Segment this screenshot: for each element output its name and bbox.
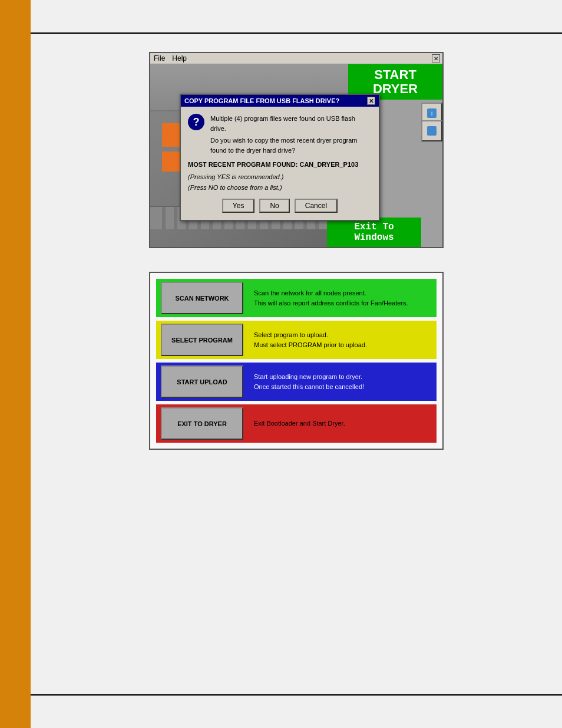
win-menubar: File Help ✕ [150, 53, 442, 64]
dialog-body: ? Multiple (4) program files were found … [181, 107, 379, 220]
scan-network-row: SCAN NETWORK Scan the network for all no… [156, 279, 437, 317]
dialog-yes-button[interactable]: Yes [222, 199, 255, 213]
select-program-row: SELECT PROGRAM Select program to upload.… [156, 321, 437, 359]
scan-network-desc: Scan the network for all nodes present. … [248, 279, 437, 317]
select-program-desc: Select program to upload. Must select PR… [248, 321, 437, 359]
dialog-highlight: MOST RECENT PROGRAM FOUND: CAN_DRYER_P10… [188, 160, 372, 170]
app-content-area: START DRYER i ⚙ Exit ToWindows [150, 64, 442, 247]
menu-help[interactable]: Help [172, 54, 187, 62]
menu-file[interactable]: File [154, 54, 165, 62]
dialog-msg-line1: Multiple (4) program files were found on… [210, 114, 372, 133]
copy-program-dialog: COPY PROGRAM FILE FROM USB FLASH DRIVE? … [180, 94, 380, 221]
side-icon-3[interactable] [421, 120, 442, 141]
dialog-titlebar: COPY PROGRAM FILE FROM USB FLASH DRIVE? … [181, 95, 379, 107]
exit-to-dryer-row: EXIT TO DRYER Exit Bootloader and Start … [156, 404, 437, 443]
bootloader-panel: SCAN NETWORK Scan the network for all no… [149, 272, 444, 450]
select-program-desc-line2: Must select PROGRAM prior to upload. [254, 340, 431, 350]
dialog-message: Multiple (4) program files were found on… [210, 114, 372, 155]
svg-rect-6 [427, 126, 437, 136]
svg-text:i: i [431, 110, 432, 117]
start-upload-row: START UPLOAD Start uploading new program… [156, 363, 437, 401]
start-upload-button[interactable]: START UPLOAD [161, 365, 243, 398]
dialog-note2: (Press NO to choose from a list.) [188, 183, 372, 193]
select-program-button[interactable]: SELECT PROGRAM [161, 324, 243, 356]
dialog-cancel-button[interactable]: Cancel [295, 199, 338, 213]
screenshot-panel: File Help ✕ [149, 52, 444, 248]
dialog-question-icon: ? [188, 114, 204, 130]
dialog-close-button[interactable]: ✕ [367, 97, 375, 105]
start-upload-desc-line1: Start uploading new program to dryer. [254, 372, 431, 382]
scan-network-desc-line1: Scan the network for all nodes present. [254, 288, 431, 298]
dialog-msg-line2: Do you wish to copy the most recent drye… [210, 136, 372, 155]
dialog-icon-row: ? Multiple (4) program files were found … [188, 114, 372, 155]
exit-windows-label: Exit ToWindows [354, 222, 394, 243]
scan-network-desc-line2: This will also report address conflicts … [254, 298, 431, 308]
window-close-button[interactable]: ✕ [432, 54, 440, 62]
left-accent-bar [0, 0, 31, 728]
select-program-desc-line1: Select program to upload. [254, 330, 431, 340]
scan-network-button[interactable]: SCAN NETWORK [161, 282, 243, 314]
start-upload-desc: Start uploading new program to dryer. On… [248, 363, 437, 401]
exit-to-windows-button[interactable]: Exit ToWindows [327, 218, 421, 247]
dialog-buttons: Yes No Cancel [188, 199, 372, 213]
dialog-no-button[interactable]: No [259, 199, 289, 213]
exit-to-dryer-desc: Exit Bootloader and Start Dryer. [248, 404, 437, 443]
exit-to-dryer-desc-line1: Exit Bootloader and Start Dryer. [254, 419, 431, 429]
dialog-title: COPY PROGRAM FILE FROM USB FLASH DRIVE? [184, 97, 339, 104]
exit-to-dryer-button[interactable]: EXIT TO DRYER [161, 407, 243, 440]
start-upload-desc-line2: Once started this cannot be cancelled! [254, 382, 431, 392]
dialog-note1: (Pressing YES is recommended.) [188, 172, 372, 182]
bottom-divider [31, 694, 562, 696]
main-content: File Help ✕ [31, 34, 562, 694]
start-dryer-label: START DRYER [373, 68, 418, 96]
